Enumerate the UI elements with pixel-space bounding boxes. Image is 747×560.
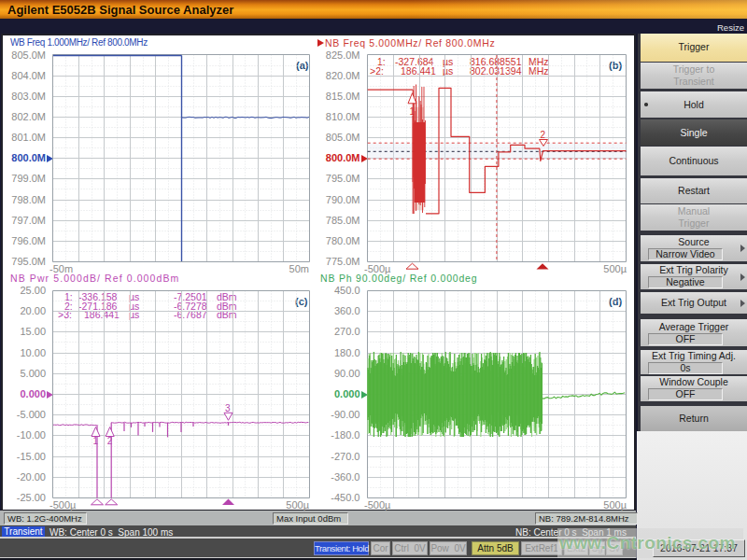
svg-text:2: 2 (541, 130, 546, 140)
svg-text:2: 2 (107, 436, 113, 446)
svg-text:1: 1 (410, 106, 416, 117)
svg-text:1: 1 (93, 436, 99, 446)
svg-text:3: 3 (225, 403, 231, 413)
